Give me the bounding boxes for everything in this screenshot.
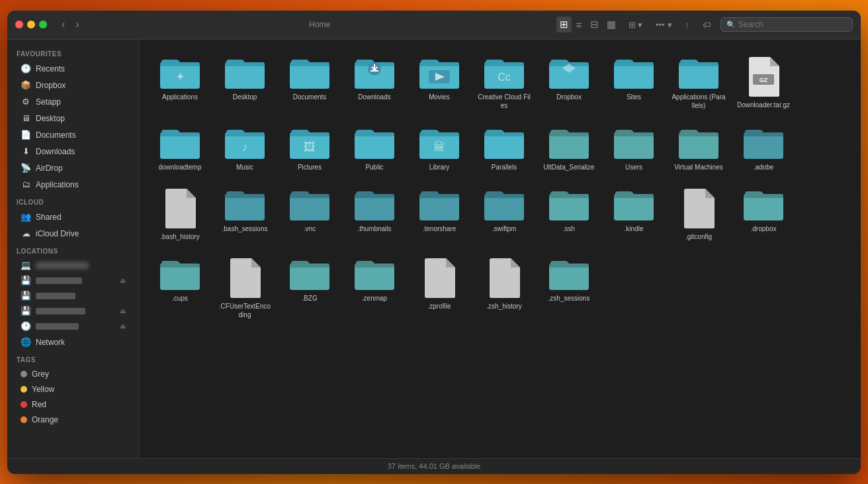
folder-icon bbox=[159, 126, 201, 160]
sidebar-item-icloud-drive[interactable]: ☁ iCloud Drive bbox=[11, 226, 135, 242]
file-item-pictures[interactable]: 🖼 Pictures bbox=[280, 121, 339, 177]
sidebar-item-loc4[interactable]: 💾 ⏏ bbox=[11, 304, 135, 318]
file-item-ultdata[interactable]: UltData_Serialize bbox=[539, 121, 599, 177]
file-item-downloads[interactable]: Downloads bbox=[345, 50, 404, 115]
sidebar-item-loc3[interactable]: 💾 bbox=[11, 289, 135, 303]
file-label: .thumbnails bbox=[357, 224, 391, 233]
tag-button[interactable]: 🏷 bbox=[699, 18, 715, 32]
search-input[interactable] bbox=[738, 20, 847, 29]
file-item-kindle[interactable]: .kindle bbox=[604, 182, 664, 246]
folder-icon bbox=[548, 257, 590, 291]
file-item-library[interactable]: 🏛 Library bbox=[410, 121, 469, 177]
sidebar-item-mac[interactable]: 💻 bbox=[11, 258, 135, 273]
sidebar-item-shared[interactable]: 👥 Shared bbox=[11, 209, 135, 225]
eject-button3[interactable]: ⏏ bbox=[120, 322, 126, 330]
file-item-music[interactable]: ♪ Music bbox=[215, 121, 275, 177]
file-item-zsh-sessions[interactable]: .zsh_sessions bbox=[539, 252, 599, 324]
tag-label: Grey bbox=[32, 369, 49, 379]
file-item-vnc[interactable]: .vnc bbox=[280, 182, 339, 246]
file-item-parallels[interactable]: Parallels bbox=[474, 121, 534, 177]
close-button[interactable] bbox=[15, 21, 23, 28]
file-item-cups[interactable]: .cups bbox=[150, 252, 210, 324]
sidebar-item-label: Setapp bbox=[36, 97, 61, 107]
minimize-button[interactable] bbox=[27, 21, 35, 28]
file-item-adobe[interactable]: .adobe bbox=[734, 121, 793, 177]
folder-icon bbox=[288, 56, 331, 90]
sidebar-item-dropbox[interactable]: 📦 Dropbox bbox=[11, 77, 135, 93]
file-item-swiftpm[interactable]: .swiftpm bbox=[474, 182, 534, 246]
sidebar-item-loc2[interactable]: 💾 ⏏ bbox=[11, 273, 135, 288]
file-item-bash-sessions[interactable]: .bash_sessions bbox=[215, 182, 275, 246]
svg-text:♪: ♪ bbox=[242, 140, 248, 154]
maximize-button[interactable] bbox=[39, 21, 47, 28]
file-item-downloadtemp[interactable]: downloadtemp bbox=[150, 121, 210, 177]
file-label: Creative Cloud Files bbox=[477, 93, 531, 110]
file-item-downloader-tgz[interactable]: GZ Downloader.tar.gz bbox=[734, 50, 793, 115]
sidebar-item-tag-grey[interactable]: Grey bbox=[11, 367, 135, 381]
sidebar-item-recents[interactable]: 🕐 Recents bbox=[11, 61, 135, 77]
view-gallery-button[interactable]: ▦ bbox=[603, 17, 619, 32]
file-item-bash-history[interactable]: .bash_history bbox=[150, 182, 210, 246]
group-button[interactable]: ⊞ ▾ bbox=[625, 18, 647, 32]
file-item-movies[interactable]: Movies bbox=[410, 50, 469, 115]
sidebar-item-label: iCloud Drive bbox=[36, 229, 79, 238]
sidebar-item-downloads[interactable]: ⬇ Downloads bbox=[11, 144, 135, 160]
file-item-ssh[interactable]: .ssh bbox=[539, 182, 599, 246]
folder-icon bbox=[288, 187, 331, 222]
shared-icon: 👥 bbox=[21, 212, 31, 222]
view-list-button[interactable]: ≡ bbox=[573, 17, 586, 32]
status-text: 37 items, 44.01 GB available bbox=[388, 462, 481, 470]
network-icon: 🌐 bbox=[21, 337, 31, 348]
file-item-applications[interactable]: ✦ Applications bbox=[150, 50, 210, 115]
file-item-bzg[interactable]: .BZG bbox=[280, 252, 339, 324]
file-item-users[interactable]: Users bbox=[604, 121, 664, 177]
drive-icon: 💾 bbox=[21, 275, 31, 286]
sidebar-item-applications[interactable]: 🗂 Applications bbox=[11, 177, 135, 193]
eject-button[interactable]: ⏏ bbox=[120, 277, 126, 284]
file-item-applications-parallels[interactable]: Applications (Parallels) bbox=[669, 50, 728, 115]
file-item-cfuser[interactable]: .CFUserTextEncoding bbox=[215, 252, 275, 324]
sidebar-item-loc5[interactable]: 🕐 ⏏ bbox=[11, 319, 135, 334]
sidebar-item-setapp[interactable]: ⚙ Setapp bbox=[11, 94, 135, 110]
locations-section-title: Locations bbox=[7, 242, 139, 258]
forward-button[interactable]: › bbox=[71, 17, 83, 32]
file-item-zprofile[interactable]: .zprofile bbox=[410, 252, 469, 324]
file-doc-icon5 bbox=[487, 257, 521, 299]
file-item-sites[interactable]: Sites bbox=[604, 50, 664, 115]
file-item-tenorshare[interactable]: .tenorshare bbox=[410, 182, 469, 246]
file-doc-icon2 bbox=[681, 187, 716, 230]
sidebar-item-tag-yellow[interactable]: Yellow bbox=[11, 382, 135, 397]
file-item-public[interactable]: Public bbox=[345, 121, 404, 177]
view-icon-button[interactable]: ⊞ bbox=[556, 17, 572, 32]
eject-button2[interactable]: ⏏ bbox=[120, 307, 126, 315]
folder-icon bbox=[224, 187, 266, 222]
file-label: Downloader.tar.gz bbox=[737, 101, 790, 109]
file-label: Music bbox=[236, 163, 253, 171]
file-item-creative-cloud[interactable]: Cc Creative Cloud Files bbox=[474, 50, 534, 115]
file-item-dropbox[interactable]: Dropbox bbox=[539, 50, 599, 115]
search-box[interactable]: 🔍 bbox=[720, 17, 853, 32]
file-label: Sites bbox=[627, 93, 641, 101]
sidebar-item-airdrop[interactable]: 📡 AirDrop bbox=[11, 160, 135, 176]
sidebar-item-desktop[interactable]: 🖥 Desktop bbox=[11, 111, 135, 126]
file-item-gitconfig[interactable]: .gitconfig bbox=[669, 182, 728, 246]
action-button[interactable]: ••• ▾ bbox=[652, 18, 675, 32]
file-item-documents[interactable]: Documents bbox=[280, 50, 339, 115]
file-item-dropbox-hidden[interactable]: .dropbox bbox=[734, 182, 793, 246]
share-button[interactable]: ↑ bbox=[681, 18, 694, 32]
sidebar-item-network[interactable]: 🌐 Network bbox=[11, 334, 135, 350]
file-doc-icon4 bbox=[422, 257, 456, 299]
view-column-button[interactable]: ⊟ bbox=[587, 17, 602, 32]
file-gz-icon: GZ bbox=[746, 56, 781, 98]
sidebar-item-tag-red[interactable]: Red bbox=[11, 397, 135, 412]
file-item-zenmap[interactable]: .zenmap bbox=[345, 252, 404, 324]
file-item-desktop[interactable]: Desktop bbox=[215, 50, 275, 115]
file-item-thumbnails[interactable]: .thumbnails bbox=[345, 182, 404, 246]
file-doc-icon3 bbox=[228, 257, 262, 299]
sidebar-item-documents[interactable]: 📄 Documents bbox=[11, 127, 135, 143]
back-button[interactable]: ‹ bbox=[58, 17, 69, 32]
file-item-zsh-history[interactable]: .zsh_history bbox=[474, 252, 534, 324]
sidebar-item-tag-orange[interactable]: Orange bbox=[11, 412, 135, 427]
file-label: .swiftpm bbox=[492, 224, 517, 233]
file-item-virtual-machines[interactable]: Virtual Machines bbox=[669, 121, 728, 177]
